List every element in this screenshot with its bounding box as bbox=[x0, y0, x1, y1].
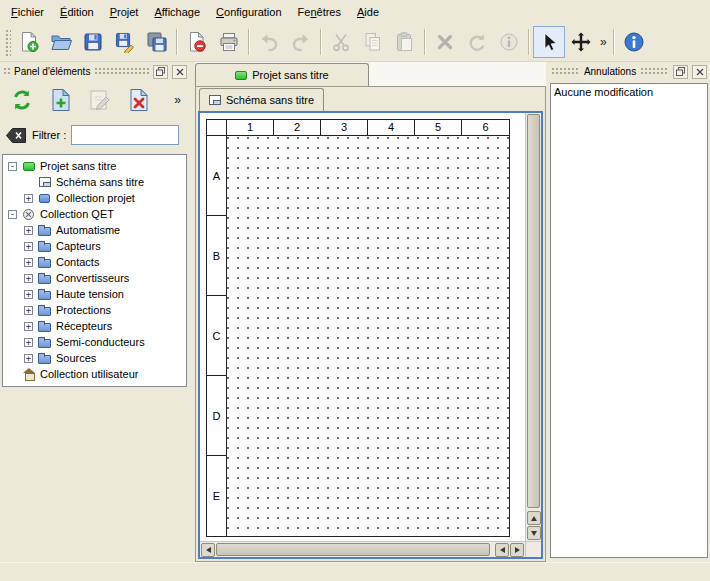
collapse-expander-icon[interactable]: - bbox=[8, 162, 17, 171]
paste-button[interactable] bbox=[389, 26, 421, 58]
elements-tree: - Projet sans titre Schéma sans titre + … bbox=[2, 154, 187, 387]
menu-aide[interactable]: Aide bbox=[349, 2, 387, 22]
menu-configuration[interactable]: Configuration bbox=[208, 2, 289, 22]
tab-projet-sans-titre[interactable]: Projet sans titre bbox=[195, 63, 369, 86]
redo-button[interactable] bbox=[285, 26, 317, 58]
open-project-button[interactable] bbox=[45, 26, 77, 58]
tree-item-protections[interactable]: + Protections bbox=[3, 302, 186, 318]
row-label: A bbox=[207, 136, 226, 216]
expand-expander-icon[interactable]: + bbox=[24, 322, 33, 331]
dock-close-button[interactable] bbox=[172, 65, 187, 79]
undo-empty-item[interactable]: Aucune modification bbox=[554, 86, 704, 101]
horizontal-scrollbar-thumb[interactable] bbox=[216, 543, 490, 556]
filter-input[interactable] bbox=[71, 125, 179, 145]
dock-close-button[interactable] bbox=[692, 65, 707, 79]
menu-fenetres[interactable]: Fenêtres bbox=[290, 2, 349, 22]
edit-element-button[interactable] bbox=[84, 84, 116, 116]
collapse-expander-icon[interactable]: - bbox=[8, 210, 17, 219]
scroll-left-button[interactable] bbox=[201, 543, 215, 557]
tree-item-sources[interactable]: + Sources bbox=[3, 350, 186, 366]
tree-item-contacts[interactable]: + Contacts bbox=[3, 254, 186, 270]
expand-expander-icon[interactable]: + bbox=[24, 194, 33, 203]
tree-item-automatisme[interactable]: + Automatisme bbox=[3, 222, 186, 238]
select-mode-button[interactable] bbox=[533, 26, 565, 58]
expand-expander-icon[interactable]: + bbox=[24, 226, 33, 235]
scroll-left-button[interactable] bbox=[495, 543, 509, 557]
folder-icon bbox=[37, 335, 52, 349]
menu-label: A bbox=[154, 6, 161, 18]
close-file-button[interactable] bbox=[181, 26, 213, 58]
tree-item-collection-utilisateur[interactable]: Collection utilisateur bbox=[3, 366, 186, 382]
menu-label: ide bbox=[364, 6, 379, 18]
expand-expander-icon[interactable]: + bbox=[24, 338, 33, 347]
tree-item-label: Protections bbox=[56, 304, 111, 316]
new-element-button[interactable] bbox=[45, 84, 77, 116]
expand-expander-icon[interactable]: + bbox=[24, 258, 33, 267]
delete-element-button[interactable] bbox=[123, 84, 155, 116]
float-window-icon bbox=[156, 67, 165, 76]
save-all-button[interactable] bbox=[141, 26, 173, 58]
scrollbar-corner bbox=[525, 541, 541, 557]
row-label: E bbox=[207, 456, 226, 536]
tab-schema-sans-titre[interactable]: Schéma sans titre bbox=[199, 88, 324, 111]
scroll-down-button[interactable] bbox=[527, 526, 541, 540]
menu-projet[interactable]: Projet bbox=[102, 2, 147, 22]
clear-filter-button[interactable] bbox=[5, 127, 27, 144]
elements-panel-titlebar[interactable]: Panel d'éléments bbox=[0, 62, 190, 80]
menu-edition[interactable]: Édition bbox=[52, 2, 102, 22]
menu-fichier[interactable]: Fichier bbox=[3, 2, 52, 22]
menu-label: C bbox=[216, 6, 224, 18]
scroll-right-button[interactable] bbox=[510, 543, 524, 557]
vertical-scrollbar[interactable] bbox=[525, 113, 541, 541]
elements-panel-toolbar: » bbox=[0, 80, 190, 120]
save-as-icon bbox=[114, 31, 136, 53]
main-area: Panel d'éléments bbox=[0, 62, 710, 562]
copy-button[interactable] bbox=[357, 26, 389, 58]
tree-item-label: Semi-conducteurs bbox=[56, 336, 145, 348]
dock-grip bbox=[3, 67, 10, 76]
drag-mode-button[interactable] bbox=[565, 26, 597, 58]
cut-button[interactable] bbox=[325, 26, 357, 58]
save-button[interactable] bbox=[77, 26, 109, 58]
tree-item-projet-sans-titre[interactable]: - Projet sans titre bbox=[3, 158, 186, 174]
tree-item-recepteurs[interactable]: + Récepteurs bbox=[3, 318, 186, 334]
folder-icon bbox=[37, 351, 52, 365]
row-label: C bbox=[207, 296, 226, 376]
toolbar-overflow-button[interactable]: » bbox=[597, 27, 610, 57]
about-info-icon bbox=[623, 31, 645, 53]
reload-collections-button[interactable] bbox=[6, 84, 38, 116]
dock-float-button[interactable] bbox=[153, 65, 168, 79]
tree-item-semi-conducteurs[interactable]: + Semi-conducteurs bbox=[3, 334, 186, 350]
menu-affichage[interactable]: Affichage bbox=[146, 2, 208, 22]
tree-item-capteurs[interactable]: + Capteurs bbox=[3, 238, 186, 254]
horizontal-scrollbar[interactable] bbox=[200, 541, 525, 557]
save-as-button[interactable] bbox=[109, 26, 141, 58]
expand-expander-icon[interactable]: + bbox=[24, 274, 33, 283]
scroll-up-button[interactable] bbox=[527, 511, 541, 525]
toolbar-grip[interactable] bbox=[4, 28, 11, 56]
copy-icon bbox=[362, 31, 384, 53]
element-info-button[interactable] bbox=[493, 26, 525, 58]
vertical-scrollbar-thumb[interactable] bbox=[527, 114, 540, 508]
tree-item-collection-qet[interactable]: - Collection QET bbox=[3, 206, 186, 222]
rotate-button[interactable] bbox=[461, 26, 493, 58]
tree-item-label: Automatisme bbox=[56, 224, 120, 236]
expand-expander-icon[interactable]: + bbox=[24, 306, 33, 315]
print-button[interactable] bbox=[213, 26, 245, 58]
undo-dock-titlebar[interactable]: Annulations bbox=[548, 62, 710, 80]
expand-expander-icon[interactable]: + bbox=[24, 242, 33, 251]
delete-button[interactable] bbox=[429, 26, 461, 58]
tree-item-schema-sans-titre[interactable]: Schéma sans titre bbox=[3, 174, 186, 190]
expand-expander-icon[interactable]: + bbox=[24, 290, 33, 299]
tree-item-collection-projet[interactable]: + Collection projet bbox=[3, 190, 186, 206]
tree-item-convertisseurs[interactable]: + Convertisseurs bbox=[3, 270, 186, 286]
tree-item-haute-tension[interactable]: + Haute tension bbox=[3, 286, 186, 302]
new-document-button[interactable] bbox=[13, 26, 45, 58]
panel-toolbar-overflow-button[interactable]: » bbox=[171, 85, 184, 115]
dock-float-button[interactable] bbox=[673, 65, 688, 79]
about-button[interactable] bbox=[618, 26, 650, 58]
undo-button[interactable] bbox=[253, 26, 285, 58]
diagram-canvas[interactable] bbox=[227, 136, 509, 536]
column-label: 5 bbox=[415, 120, 462, 135]
expand-expander-icon[interactable]: + bbox=[24, 354, 33, 363]
